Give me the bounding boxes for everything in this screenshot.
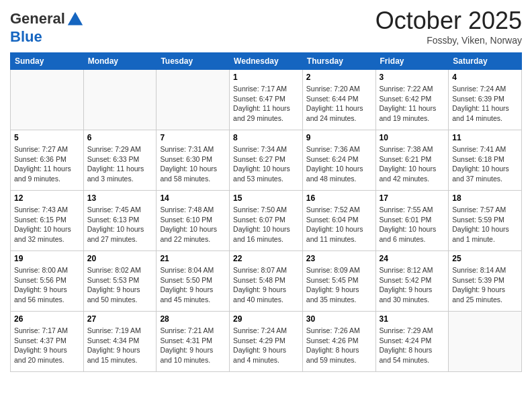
calendar-cell: 13Sunrise: 7:45 AM Sunset: 6:13 PM Dayli… [83, 191, 157, 251]
month-title: October 2025 [375, 7, 522, 35]
day-number: 5 [14, 133, 80, 142]
calendar-table: SundayMondayTuesdayWednesdayThursdayFrid… [10, 52, 522, 372]
day-number: 12 [14, 193, 80, 203]
day-number: 25 [452, 254, 518, 263]
day-number: 6 [87, 133, 153, 142]
calendar-cell: 10Sunrise: 7:38 AM Sunset: 6:21 PM Dayli… [375, 130, 449, 191]
calendar-cell [83, 70, 157, 130]
day-number: 24 [380, 254, 445, 263]
weekday-header-monday: Monday [83, 53, 157, 70]
calendar-cell: 7Sunrise: 7:31 AM Sunset: 6:30 PM Daylig… [157, 130, 230, 191]
calendar-cell: 19Sunrise: 8:00 AM Sunset: 5:56 PM Dayli… [11, 251, 84, 312]
calendar-cell: 31Sunrise: 7:29 AM Sunset: 4:24 PM Dayli… [375, 312, 449, 372]
day-info: Sunrise: 8:07 AM Sunset: 5:48 PM Dayligh… [233, 265, 299, 305]
title-block: October 2025 Fossby, Viken, Norway [375, 7, 522, 46]
day-info: Sunrise: 7:19 AM Sunset: 4:34 PM Dayligh… [87, 326, 153, 365]
day-number: 21 [160, 254, 226, 263]
svg-marker-0 [68, 12, 83, 26]
calendar-cell: 8Sunrise: 7:34 AM Sunset: 6:27 PM Daylig… [230, 130, 303, 191]
day-number: 22 [233, 254, 299, 263]
day-info: Sunrise: 8:12 AM Sunset: 5:42 PM Dayligh… [380, 265, 445, 305]
weekday-header-friday: Friday [375, 53, 449, 70]
day-number: 19 [14, 254, 80, 263]
calendar-cell: 26Sunrise: 7:17 AM Sunset: 4:37 PM Dayli… [11, 312, 84, 372]
day-number: 26 [14, 314, 80, 324]
logo-blue-text: Blue [10, 28, 42, 45]
day-info: Sunrise: 7:24 AM Sunset: 6:39 PM Dayligh… [452, 84, 518, 124]
day-info: Sunrise: 7:34 AM Sunset: 6:27 PM Dayligh… [233, 144, 299, 184]
day-number: 28 [160, 314, 226, 324]
day-number: 2 [306, 73, 372, 82]
calendar-cell: 21Sunrise: 8:04 AM Sunset: 5:50 PM Dayli… [157, 251, 230, 312]
calendar-cell: 23Sunrise: 8:09 AM Sunset: 5:45 PM Dayli… [302, 251, 375, 312]
calendar-cell: 30Sunrise: 7:26 AM Sunset: 4:26 PM Dayli… [302, 312, 375, 372]
day-info: Sunrise: 7:38 AM Sunset: 6:21 PM Dayligh… [380, 144, 445, 184]
calendar-cell [11, 70, 84, 130]
calendar-cell: 11Sunrise: 7:41 AM Sunset: 6:18 PM Dayli… [449, 130, 522, 191]
day-info: Sunrise: 7:36 AM Sunset: 6:24 PM Dayligh… [306, 144, 372, 184]
weekday-header-sunday: Sunday [11, 53, 84, 70]
logo-general-text: General [10, 10, 65, 27]
calendar-cell: 24Sunrise: 8:12 AM Sunset: 5:42 PM Dayli… [375, 251, 449, 312]
day-number: 8 [233, 133, 299, 142]
calendar-cell: 28Sunrise: 7:21 AM Sunset: 4:31 PM Dayli… [157, 312, 230, 372]
day-info: Sunrise: 7:21 AM Sunset: 4:31 PM Dayligh… [160, 326, 226, 365]
calendar-cell: 1Sunrise: 7:17 AM Sunset: 6:47 PM Daylig… [230, 70, 303, 130]
day-number: 18 [452, 193, 518, 203]
day-info: Sunrise: 7:43 AM Sunset: 6:15 PM Dayligh… [14, 205, 80, 244]
day-number: 10 [380, 133, 445, 142]
calendar-cell: 18Sunrise: 7:57 AM Sunset: 5:59 PM Dayli… [449, 191, 522, 251]
day-info: Sunrise: 7:17 AM Sunset: 6:47 PM Dayligh… [233, 84, 299, 124]
day-number: 14 [160, 193, 226, 203]
calendar-cell: 4Sunrise: 7:24 AM Sunset: 6:39 PM Daylig… [449, 70, 522, 130]
day-info: Sunrise: 7:48 AM Sunset: 6:10 PM Dayligh… [160, 205, 226, 244]
calendar-cell: 2Sunrise: 7:20 AM Sunset: 6:44 PM Daylig… [302, 70, 375, 130]
day-info: Sunrise: 8:09 AM Sunset: 5:45 PM Dayligh… [306, 265, 372, 305]
day-number: 29 [233, 314, 299, 324]
day-info: Sunrise: 7:31 AM Sunset: 6:30 PM Dayligh… [160, 144, 226, 184]
calendar-cell: 3Sunrise: 7:22 AM Sunset: 6:42 PM Daylig… [375, 70, 449, 130]
weekday-header-tuesday: Tuesday [157, 53, 230, 70]
day-info: Sunrise: 7:41 AM Sunset: 6:18 PM Dayligh… [452, 144, 518, 184]
weekday-header-saturday: Saturday [449, 53, 522, 70]
day-number: 1 [233, 73, 299, 82]
calendar-cell: 25Sunrise: 8:14 AM Sunset: 5:39 PM Dayli… [449, 251, 522, 312]
day-info: Sunrise: 8:14 AM Sunset: 5:39 PM Dayligh… [452, 265, 518, 305]
calendar-cell: 15Sunrise: 7:50 AM Sunset: 6:07 PM Dayli… [230, 191, 303, 251]
day-info: Sunrise: 7:20 AM Sunset: 6:44 PM Dayligh… [306, 84, 372, 124]
location: Fossby, Viken, Norway [375, 35, 522, 46]
day-info: Sunrise: 7:52 AM Sunset: 6:04 PM Dayligh… [306, 205, 372, 244]
day-number: 9 [306, 133, 372, 142]
day-info: Sunrise: 8:04 AM Sunset: 5:50 PM Dayligh… [160, 265, 226, 305]
day-info: Sunrise: 7:45 AM Sunset: 6:13 PM Dayligh… [87, 205, 153, 244]
calendar-cell: 27Sunrise: 7:19 AM Sunset: 4:34 PM Dayli… [83, 312, 157, 372]
calendar-cell [157, 70, 230, 130]
day-info: Sunrise: 7:29 AM Sunset: 6:33 PM Dayligh… [87, 144, 153, 184]
calendar-cell: 29Sunrise: 7:24 AM Sunset: 4:29 PM Dayli… [230, 312, 303, 372]
day-info: Sunrise: 7:17 AM Sunset: 4:37 PM Dayligh… [14, 326, 80, 365]
day-number: 7 [160, 133, 226, 142]
day-info: Sunrise: 7:27 AM Sunset: 6:36 PM Dayligh… [14, 144, 80, 184]
day-number: 16 [306, 193, 372, 203]
day-info: Sunrise: 7:22 AM Sunset: 6:42 PM Dayligh… [380, 84, 445, 124]
day-number: 13 [87, 193, 153, 203]
day-info: Sunrise: 7:29 AM Sunset: 4:24 PM Dayligh… [380, 326, 445, 365]
page-header: General Blue October 2025 Fossby, Viken,… [10, 7, 522, 46]
day-number: 30 [306, 314, 372, 324]
calendar-cell: 22Sunrise: 8:07 AM Sunset: 5:48 PM Dayli… [230, 251, 303, 312]
calendar-cell: 20Sunrise: 8:02 AM Sunset: 5:53 PM Dayli… [83, 251, 157, 312]
calendar-cell: 14Sunrise: 7:48 AM Sunset: 6:10 PM Dayli… [157, 191, 230, 251]
weekday-header-thursday: Thursday [302, 53, 375, 70]
day-info: Sunrise: 7:24 AM Sunset: 4:29 PM Dayligh… [233, 326, 299, 365]
day-number: 17 [380, 193, 445, 203]
day-number: 4 [452, 73, 518, 82]
weekday-header-wednesday: Wednesday [230, 53, 303, 70]
day-number: 31 [380, 314, 445, 324]
day-number: 11 [452, 133, 518, 142]
calendar-cell: 9Sunrise: 7:36 AM Sunset: 6:24 PM Daylig… [302, 130, 375, 191]
day-info: Sunrise: 7:26 AM Sunset: 4:26 PM Dayligh… [306, 326, 372, 365]
day-info: Sunrise: 7:57 AM Sunset: 5:59 PM Dayligh… [452, 205, 518, 244]
calendar-cell [449, 312, 522, 372]
day-info: Sunrise: 7:50 AM Sunset: 6:07 PM Dayligh… [233, 205, 299, 244]
day-number: 23 [306, 254, 372, 263]
